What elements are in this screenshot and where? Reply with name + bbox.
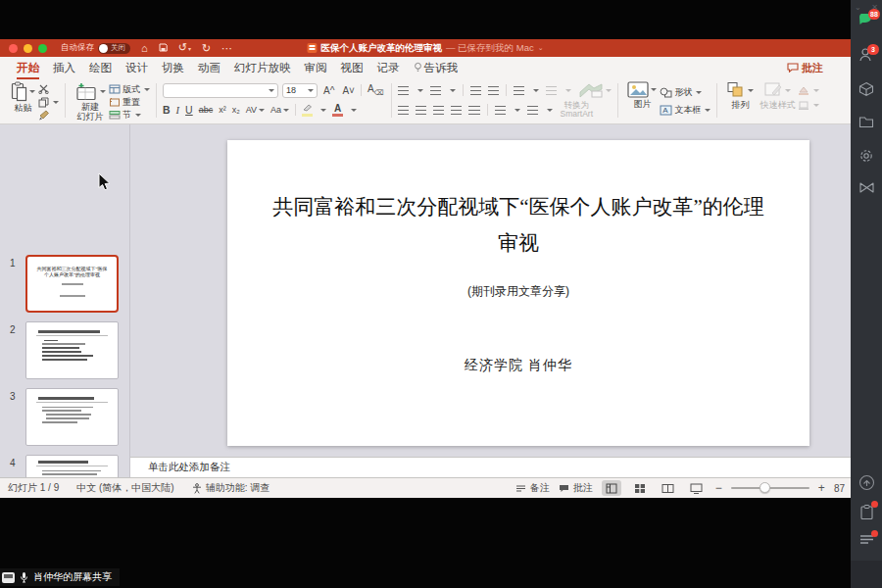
normal-view-button[interactable] xyxy=(602,480,621,496)
vertical-text-button[interactable] xyxy=(495,106,506,115)
slideshow-view-button[interactable] xyxy=(687,480,707,496)
char-spacing-button[interactable]: AV xyxy=(246,105,265,115)
font-size-combo[interactable]: 18 xyxy=(282,83,318,98)
zoom-slider-knob[interactable] xyxy=(760,482,770,493)
notes-pane[interactable]: 单击此处添加备注 xyxy=(130,457,851,477)
tab-animations[interactable]: 动画 xyxy=(191,58,227,78)
copy-dropdown-caret[interactable] xyxy=(53,101,59,104)
slide-title[interactable]: 共同富裕和三次分配视域下“医保个人账户改革”的伦理审视 xyxy=(264,189,773,262)
cut-button[interactable] xyxy=(38,83,59,95)
save-icon[interactable] xyxy=(159,39,168,57)
shape-fill-button[interactable] xyxy=(798,85,819,97)
line-spacing-caret[interactable] xyxy=(533,89,539,92)
tab-record[interactable]: 记录 xyxy=(370,58,407,78)
new-slide-button[interactable]: 新建幻灯片 xyxy=(74,81,106,122)
slide-thumbnail-1[interactable]: 共同富裕和三次分配视域下“医保个人账户改革”的伦理审视 xyxy=(25,255,119,313)
italic-button[interactable]: I xyxy=(176,105,180,116)
title-chevron-icon[interactable]: ⌄ xyxy=(538,44,544,52)
more-commands-icon[interactable]: ⋯ xyxy=(221,39,232,57)
zoom-in-button[interactable]: + xyxy=(818,481,825,495)
notes-toggle[interactable]: 备注 xyxy=(515,481,550,495)
slide-author[interactable]: 经济学院 肖仲华 xyxy=(227,357,809,374)
slide-subtitle[interactable]: (期刊录用文章分享) xyxy=(227,283,809,300)
picture-caret[interactable] xyxy=(651,88,657,91)
reset-button[interactable]: 重置 xyxy=(109,96,150,108)
arrange-button[interactable]: 排列 xyxy=(726,81,754,110)
documents-button[interactable] xyxy=(851,116,882,128)
settings-button[interactable] xyxy=(851,148,882,164)
change-case-button[interactable]: Aa xyxy=(270,105,289,115)
new-slide-dropdown-caret[interactable] xyxy=(100,90,106,93)
tab-draw[interactable]: 绘图 xyxy=(82,58,119,78)
bullets-caret[interactable] xyxy=(417,89,423,92)
language-status[interactable]: 中文 (简体，中国大陆) xyxy=(76,481,173,495)
current-slide[interactable]: 共同富裕和三次分配视域下“医保个人账户改革”的伦理审视 (期刊录用文章分享) 经… xyxy=(227,140,809,446)
picture-button[interactable]: 图片 xyxy=(627,81,657,109)
grow-font-button[interactable]: A^ xyxy=(321,85,336,96)
columns-button[interactable] xyxy=(468,106,480,115)
bullets-button[interactable] xyxy=(398,86,409,95)
apps-button[interactable] xyxy=(851,81,882,97)
subscript-button[interactable]: x₂ xyxy=(232,105,240,115)
tab-design[interactable]: 设计 xyxy=(119,58,155,78)
text-direction-button[interactable] xyxy=(546,86,557,95)
decrease-indent-button[interactable] xyxy=(470,86,481,95)
strikethrough-button[interactable]: abc xyxy=(199,105,214,115)
zoom-slider[interactable] xyxy=(731,487,809,489)
font-name-combo[interactable] xyxy=(163,83,278,98)
shapes-caret[interactable] xyxy=(696,91,702,94)
format-painter-button[interactable] xyxy=(38,109,59,121)
bowtie-button[interactable] xyxy=(851,181,882,194)
font-color-caret[interactable] xyxy=(351,109,357,112)
slide-thumbnail-3[interactable] xyxy=(25,388,119,446)
section-caret[interactable] xyxy=(135,114,141,117)
zoom-percentage[interactable]: 87 xyxy=(834,483,845,494)
comments-toggle[interactable]: 批注 xyxy=(559,481,593,495)
tab-review[interactable]: 审阅 xyxy=(298,58,334,78)
superscript-button[interactable]: x² xyxy=(219,105,226,115)
layout-caret[interactable] xyxy=(144,88,150,91)
doc-save-status[interactable]: — 已保存到我的 Mac xyxy=(446,42,534,55)
textbox-caret[interactable] xyxy=(705,109,710,112)
accessibility-status[interactable]: 辅助功能: 调查 xyxy=(192,481,270,495)
minimize-window-button[interactable] xyxy=(24,44,32,53)
comments-button[interactable]: 批注 xyxy=(787,61,823,75)
line-spacing-button[interactable] xyxy=(514,86,524,95)
share-control-button[interactable] xyxy=(851,474,882,491)
home-icon[interactable]: ⌂ xyxy=(141,39,148,57)
highlight-color-button[interactable] xyxy=(302,104,313,117)
shrink-font-button[interactable]: A˅ xyxy=(340,85,357,96)
slide-thumbnail-4[interactable] xyxy=(25,455,119,477)
tab-tellme[interactable]: 告诉我 xyxy=(407,58,466,78)
sidebar-collapse-icon[interactable]: ⌄ xyxy=(855,3,861,12)
textbox-button[interactable]: A 文本框 xyxy=(660,104,710,116)
shapes-button[interactable]: 形状 xyxy=(660,86,710,98)
align-right-button[interactable] xyxy=(433,106,444,115)
tab-slideshow[interactable]: 幻灯片放映 xyxy=(227,58,298,78)
font-color-button[interactable]: A xyxy=(332,104,343,117)
section-button[interactable]: 节 xyxy=(109,109,150,121)
align-text-button[interactable] xyxy=(527,106,538,115)
smartart-button[interactable] xyxy=(578,82,612,98)
underline-button[interactable]: U xyxy=(185,104,193,116)
align-center-button[interactable] xyxy=(416,106,426,115)
paste-button[interactable]: 粘贴 xyxy=(11,81,35,113)
align-left-button[interactable] xyxy=(398,106,409,115)
tab-insert[interactable]: 插入 xyxy=(46,58,82,78)
slide-thumbnail-panel[interactable]: 1 共同富裕和三次分配视域下“医保个人账户改革”的伦理审视 2 3 xyxy=(0,124,130,477)
shape-outline-button[interactable] xyxy=(798,100,819,112)
reading-view-button[interactable] xyxy=(659,480,678,496)
bold-button[interactable]: B xyxy=(163,104,171,116)
tab-transitions[interactable]: 切换 xyxy=(155,58,191,78)
zoom-out-button[interactable]: − xyxy=(715,481,722,495)
slide-canvas[interactable]: 共同富裕和三次分配视域下“医保个人账户改革”的伦理审视 (期刊录用文章分享) 经… xyxy=(130,124,851,457)
align-text-caret[interactable] xyxy=(547,109,553,112)
arrange-caret[interactable] xyxy=(748,89,754,92)
undo-button[interactable]: ↺▾ xyxy=(178,38,191,58)
close-window-button[interactable] xyxy=(9,44,18,53)
tab-view[interactable]: 视图 xyxy=(334,58,370,78)
vertical-text-caret[interactable] xyxy=(514,109,520,112)
highlight-caret[interactable] xyxy=(320,109,326,112)
justify-button[interactable] xyxy=(451,106,462,115)
tab-home[interactable]: 开始 xyxy=(10,58,46,78)
